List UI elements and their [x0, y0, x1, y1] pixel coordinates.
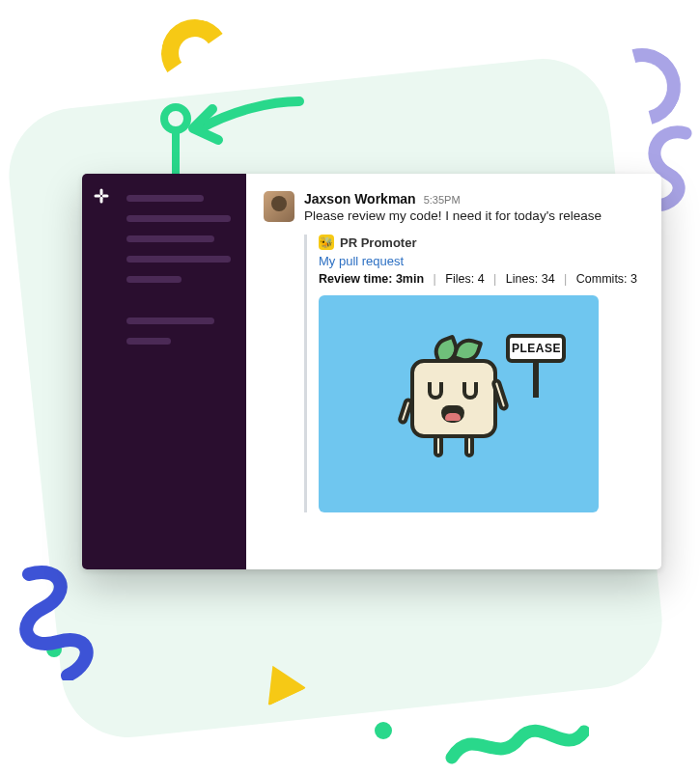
avatar[interactable] [264, 191, 294, 222]
message-text: Please review my code! I need it for tod… [304, 208, 642, 223]
sidebar-channel-list [121, 181, 246, 569]
commits-value: 3 [630, 272, 637, 286]
sidebar-item-placeholder [126, 276, 182, 283]
decorative-teal-squiggle [444, 714, 589, 772]
review-time-value: 3min [396, 272, 424, 286]
sidebar-item-placeholder [126, 195, 204, 202]
tofu-character-icon [401, 342, 517, 467]
message-attachment: 🐝 PR Promoter My pull request Review tim… [304, 235, 642, 512]
pull-request-link[interactable]: My pull request [319, 254, 642, 268]
svg-rect-5 [102, 195, 109, 198]
app-icon: 🐝 [319, 235, 334, 250]
svg-rect-3 [100, 197, 103, 204]
sidebar-item-placeholder [126, 338, 171, 345]
decorative-yellow-arc [155, 14, 234, 92]
sidebar-item-placeholder [126, 256, 231, 263]
files-label: Files: [445, 272, 474, 286]
sign-text: PLEASE [506, 334, 566, 363]
decorative-green-dot [375, 722, 392, 739]
slack-logo-icon [93, 187, 110, 205]
please-sign: PLEASE [506, 334, 566, 398]
commits-label: Commits: [576, 272, 628, 286]
slack-window: Jaxson Workman 5:35PM Please review my c… [82, 174, 661, 569]
lines-label: Lines: [506, 272, 538, 286]
sidebar-item-placeholder [126, 318, 214, 324]
app-name: PR Promoter [340, 235, 416, 250]
message-author[interactable]: Jaxson Workman [304, 191, 416, 207]
message-time: 5:35PM [424, 194, 461, 206]
sidebar-item-placeholder [126, 215, 231, 222]
pr-stats: Review time: 3min | Files: 4 | Lines: 34… [319, 272, 642, 286]
attachment-image[interactable]: PLEASE [319, 295, 599, 512]
sidebar-item-placeholder [126, 235, 214, 242]
svg-rect-2 [100, 189, 103, 196]
files-value: 4 [478, 272, 485, 286]
svg-rect-4 [95, 195, 101, 198]
message-area: Jaxson Workman 5:35PM Please review my c… [246, 174, 661, 569]
review-time-label: Review time: [319, 272, 392, 286]
lines-value: 34 [542, 272, 555, 286]
slack-sidebar [82, 174, 246, 569]
